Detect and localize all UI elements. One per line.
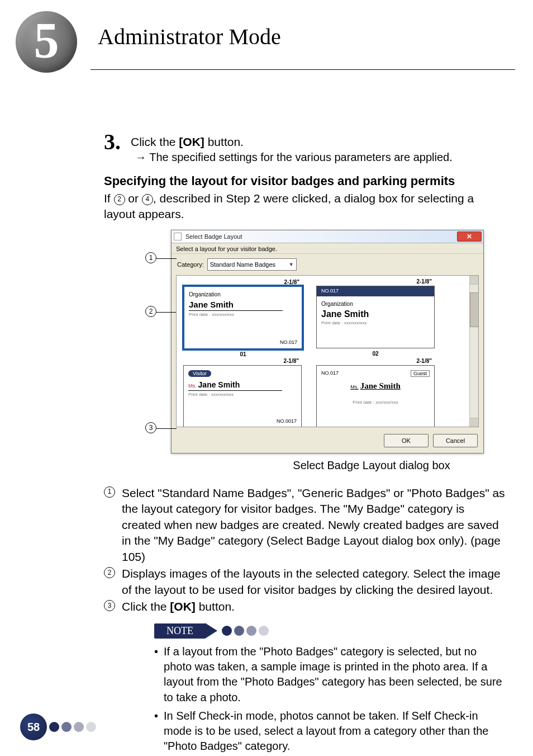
dot-icon	[234, 626, 244, 636]
layout-card-01[interactable]: 2-1/8" Organization Jane Smith Print dat…	[183, 286, 303, 349]
card-num: 01	[240, 351, 246, 357]
list-text-2: Displays images of the layouts in the se…	[122, 566, 506, 598]
dialog-title: Select Badge Layout	[185, 233, 242, 240]
note-arrow-icon	[205, 623, 217, 639]
category-bar: Category: Standard Name Badges ▼	[172, 254, 483, 275]
page-number: 58	[20, 714, 47, 740]
dialog-app-icon	[174, 233, 182, 240]
circled-2-icon: 2	[114, 194, 125, 205]
cancel-button[interactable]: Cancel	[433, 434, 478, 447]
callout-2: 2	[145, 307, 177, 318]
note-text-2: In Self Check-in mode, photos cannot be …	[164, 708, 506, 754]
card-name-line: Ms. Jane Smith	[184, 377, 301, 389]
chapter-number: 5	[34, 16, 59, 66]
list-text-3: Click the [OK] button.	[122, 599, 235, 615]
visitor-pill: Visitor	[188, 370, 211, 377]
card-no: NO.017	[280, 339, 297, 345]
note-dots	[222, 626, 269, 636]
card-header-strip: NO.017	[317, 286, 434, 296]
dot-icon	[74, 722, 84, 732]
step-result: → The specified settings for the various…	[135, 151, 506, 164]
layout-grid: 2-1/8" Organization Jane Smith Print dat…	[176, 275, 479, 427]
close-button[interactable]: ✕	[457, 231, 482, 242]
category-label: Category:	[177, 261, 204, 268]
size-label: 2-1/8"	[284, 279, 299, 285]
list-text-1: Select "Standard Name Badges", "Generic …	[122, 485, 506, 565]
card-org: Organization	[184, 287, 302, 297]
circled-4-icon: 4	[142, 194, 153, 205]
sb-p1: If	[104, 192, 114, 205]
circled-3-icon: 3	[104, 600, 115, 611]
note-item-1: • If a layout from the "Photo Badges" ca…	[154, 644, 506, 705]
dot-icon	[86, 722, 96, 732]
callout-line	[156, 428, 177, 429]
chapter-rule	[91, 69, 515, 70]
scroll-up-button[interactable]	[470, 276, 478, 285]
category-select[interactable]: Standard Name Badges ▼	[207, 258, 297, 271]
ok-button[interactable]: OK	[384, 434, 429, 447]
card-name: Jane Smith	[198, 380, 240, 389]
card-name-line: Ms. Jane Smith	[317, 366, 434, 391]
size-label: 2-1/8"	[416, 278, 432, 285]
card-meta: Print date : xxx/xxx/xxx	[184, 391, 301, 398]
circled-2-icon: 2	[104, 567, 115, 578]
card-no: NO.0017	[277, 418, 297, 424]
card-num: 02	[372, 351, 378, 357]
step-text-bold: [OK]	[179, 135, 204, 148]
i3-suffix: button.	[196, 600, 235, 613]
i3-bold: [OK]	[170, 600, 196, 613]
callout-1: 1	[145, 253, 177, 264]
layout-card-02[interactable]: 2-1/8" NO.017 Organization Jane Smith Pr…	[316, 286, 435, 348]
dialog-figure: 1 2 3 Select Badge Layout ✕ Select a lay…	[171, 230, 484, 453]
section-heading: Specifying the layout for visitor badges…	[104, 174, 506, 188]
callout-line	[156, 312, 177, 313]
guest-badge: Guest	[411, 370, 430, 377]
i3-prefix: Click the	[122, 600, 170, 613]
card-meta: Print date : xxx/xxx/xxx	[184, 311, 302, 318]
dialog-instruction: Select a layout for your visitor badge.	[172, 243, 483, 254]
sb-mid: or	[125, 192, 142, 205]
numbered-list: 1 Select "Standard Name Badges", "Generi…	[104, 485, 506, 615]
card-name: Jane Smith	[317, 307, 434, 319]
callout-3-num: 3	[145, 422, 156, 433]
step-result-text: The specified settings for the various p…	[149, 151, 453, 163]
circled-1-icon: 1	[104, 486, 115, 498]
card-title: Ms.	[350, 384, 359, 390]
card-name: Jane Smith	[360, 381, 401, 390]
section-body: If 2 or 4, described in Step 2 were clic…	[104, 191, 506, 222]
card-org: Organization	[317, 296, 434, 307]
step-text-prefix: Click the	[131, 135, 179, 148]
chapter-title: Administrator Mode	[98, 23, 281, 50]
card-title: Ms.	[188, 383, 197, 389]
list-item-2: 2 Displays images of the layouts in the …	[104, 566, 506, 598]
scroll-thumb[interactable]	[470, 292, 479, 327]
arrow-icon: →	[135, 151, 146, 163]
dot-icon	[61, 722, 72, 732]
note-header: NOTE	[154, 623, 506, 639]
dot-icon	[49, 722, 59, 732]
size-label: 2-1/8"	[283, 358, 299, 364]
scrollbar[interactable]	[469, 276, 478, 427]
size-label: 2-1/8"	[416, 358, 432, 364]
card-meta: Print date : xxx/xxx/xxx	[317, 399, 434, 406]
bullet-icon: •	[154, 708, 158, 754]
card-meta: Print date : xxx/xxx/xxx	[317, 319, 434, 327]
layout-card-04[interactable]: 2-1/8" NO.017 Guest Ms. Jane Smith Print…	[316, 365, 435, 427]
card-name: Jane Smith	[184, 297, 302, 309]
list-item-1: 1 Select "Standard Name Badges", "Generi…	[104, 485, 506, 565]
card-no: NO.017	[321, 288, 339, 294]
note-block: NOTE • If a layout from the "Photo Badge…	[154, 623, 506, 754]
note-text-1: If a layout from the "Photo Badges" cate…	[164, 644, 506, 705]
category-value: Standard Name Badges	[210, 261, 275, 268]
page-number-badge: 58	[20, 714, 96, 740]
chevron-down-icon: ▼	[289, 262, 294, 267]
layout-card-03[interactable]: 2-1/8" Visitor Ms. Jane Smith Print date…	[183, 365, 302, 427]
step-number: 3.	[104, 131, 121, 153]
bullet-icon: •	[154, 644, 158, 705]
callout-1-num: 1	[145, 252, 156, 263]
scroll-down-button[interactable]	[470, 418, 478, 427]
step-text: Click the [OK] button.	[131, 135, 244, 149]
callout-2-num: 2	[145, 306, 156, 317]
callout-line	[156, 258, 177, 259]
dialog-buttons: OK Cancel	[172, 431, 483, 453]
